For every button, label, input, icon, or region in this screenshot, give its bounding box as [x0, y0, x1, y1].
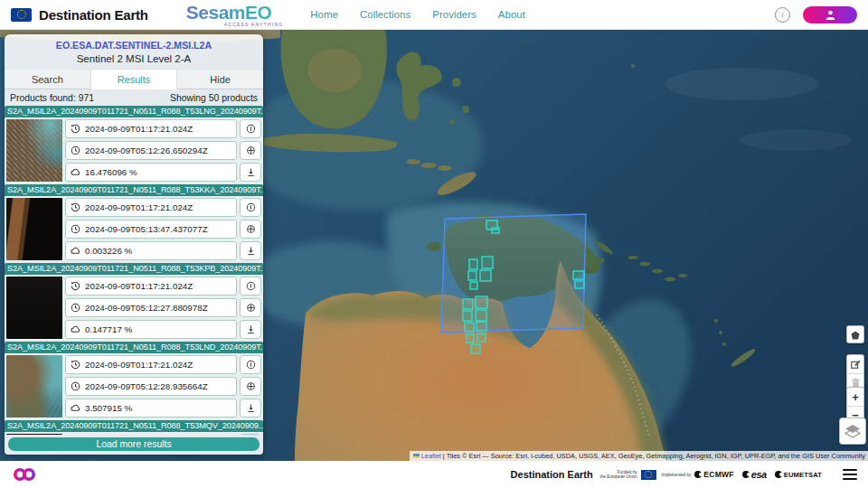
- product-footprint[interactable]: [480, 270, 491, 281]
- tab-results[interactable]: Results: [91, 70, 178, 89]
- sensing-time-value: 2024-09-09T01:17:21.024Z: [85, 124, 193, 134]
- product-list[interactable]: S2A_MSIL2A_20240909T011721_N0511_R088_T5…: [5, 106, 263, 435]
- product-footprint[interactable]: [492, 228, 499, 233]
- product-card: S2A_MSIL2A_20240909T011721_N0511_R088_T5…: [5, 342, 263, 419]
- showing-count: Showing 50 products: [170, 93, 258, 103]
- product-footprint[interactable]: [468, 271, 476, 280]
- sensing-time-row: 2024-09-09T01:17:21.024Z: [65, 119, 237, 138]
- zoom-to-footprint-button[interactable]: [240, 377, 261, 396]
- nav-providers[interactable]: Providers: [432, 9, 476, 20]
- product-id-bar[interactable]: S2A_MSIL2A_20240909T011721_N0511_R088_T5…: [5, 263, 263, 275]
- product-footprint[interactable]: [573, 271, 584, 279]
- product-thumbnail[interactable]: [6, 198, 62, 260]
- crosshair-icon: [246, 224, 256, 234]
- info-icon[interactable]: i: [775, 7, 790, 23]
- product-footprint[interactable]: [477, 333, 486, 342]
- product-footprint[interactable]: [467, 334, 474, 343]
- layers-control[interactable]: [839, 418, 866, 445]
- menu-button[interactable]: [843, 469, 857, 481]
- download-icon: [246, 167, 256, 177]
- product-footprint[interactable]: [470, 282, 477, 289]
- info-icon: [246, 124, 256, 134]
- clock-icon: [71, 303, 80, 313]
- product-thumbnail[interactable]: [6, 277, 62, 339]
- product-card: S2A_MSIL2A_20240909T011721_N0511_R088_T5…: [5, 184, 263, 262]
- product-id-bar[interactable]: S2A_MSIL2A_20240909T011721_N0511_R088_T5…: [5, 420, 263, 432]
- ecmwf-logo: ECMWF: [694, 470, 734, 479]
- crosshair-icon: [246, 381, 256, 391]
- published-time-row: 2024-09-09T05:12:28.935664Z: [65, 377, 237, 396]
- product-info-button[interactable]: [240, 119, 261, 138]
- eumetsat-mark-icon: [775, 471, 782, 478]
- product-thumbnail[interactable]: [6, 119, 62, 182]
- sensing-time-value: 2024-09-09T01:17:21.024Z: [85, 281, 193, 291]
- product-footprint[interactable]: [476, 310, 486, 321]
- destination-earth-infinity-logo: [11, 465, 38, 483]
- product-id-bar[interactable]: S2A_MSIL2A_20240909T011721_N0511_R088_T5…: [5, 106, 263, 117]
- product-card-body: 2024-09-09T01:17:21.024Z 2024-09-09T05:1…: [5, 196, 263, 262]
- cloud-cover-row: 16.476096 %: [65, 163, 237, 182]
- product-actions: [240, 119, 261, 182]
- cloud-cover-value: 0.003226 %: [85, 246, 132, 256]
- nav-about[interactable]: About: [498, 9, 525, 20]
- product-actions: [240, 198, 261, 260]
- collection-name: Sentinel 2 MSI Level 2-A: [5, 51, 263, 69]
- cloud-cover-row: 3.507915 %: [65, 399, 237, 418]
- sensing-time-value: 2024-09-09T01:17:21.024Z: [85, 360, 193, 370]
- product-footprint[interactable]: [465, 323, 474, 332]
- product-info-button[interactable]: [240, 434, 261, 435]
- main-nav: Home Collections Providers About: [310, 9, 525, 20]
- product-id-bar[interactable]: S2A_MSIL2A_20240909T011721_N0511_R088_T5…: [5, 342, 263, 353]
- cloud-cover-row: 0.003226 %: [65, 241, 237, 260]
- ecmwf-mark-icon: [694, 471, 702, 478]
- product-card-body: 2024-09-09T01:17:21.024Z 2024-09-09T05:1…: [5, 275, 263, 341]
- product-info-button[interactable]: [240, 277, 261, 296]
- panel-tabs: Search Results Hide: [5, 69, 263, 89]
- user-account-button[interactable]: [803, 6, 857, 23]
- product-info-button[interactable]: [240, 198, 261, 217]
- zoom-to-footprint-button[interactable]: [240, 298, 261, 317]
- bottom-footer: Destination Earth Funded by the European…: [0, 461, 868, 488]
- zoom-in-button[interactable]: +: [847, 388, 863, 406]
- top-header: Destination Earth SesamEO ACCESS ANYTHIN…: [0, 0, 868, 30]
- download-button[interactable]: [240, 399, 261, 418]
- info-icon: [246, 202, 256, 212]
- product-info-rows: [65, 434, 237, 435]
- download-icon: [246, 324, 256, 334]
- zoom-to-footprint-button[interactable]: [240, 220, 261, 239]
- funded-by-text: Funded by the European Union: [600, 470, 637, 479]
- product-footprint[interactable]: [469, 259, 477, 269]
- zoom-to-footprint-button[interactable]: [240, 141, 261, 160]
- product-id-bar[interactable]: S2A_MSIL2A_20240909T011721_N0511_R088_T5…: [5, 184, 263, 196]
- nav-home[interactable]: Home: [310, 9, 338, 20]
- product-footprint[interactable]: [476, 296, 487, 308]
- download-button[interactable]: [240, 320, 261, 339]
- products-found-count: Products found: 971: [10, 93, 94, 103]
- sesameo-logo[interactable]: SesamEO ACCESS ANYTHING: [186, 3, 284, 27]
- published-time-value: 2024-09-09T05:12:27.880978Z: [85, 303, 208, 313]
- edit-shape-button[interactable]: [847, 355, 863, 373]
- product-thumbnail[interactable]: [6, 434, 62, 435]
- product-footprint[interactable]: [471, 344, 480, 353]
- nav-collections[interactable]: Collections: [360, 9, 410, 20]
- product-info-button[interactable]: [240, 355, 261, 374]
- product-footprint[interactable]: [476, 322, 486, 331]
- product-footprint[interactable]: [463, 299, 473, 309]
- tab-search[interactable]: Search: [5, 70, 91, 89]
- product-footprint[interactable]: [575, 281, 584, 288]
- download-button[interactable]: [240, 163, 261, 182]
- product-footprint[interactable]: [482, 257, 493, 268]
- product-thumbnail[interactable]: [6, 355, 62, 418]
- leaflet-flag-icon: [413, 454, 420, 458]
- published-time-value: 2024-09-09T05:12:26.650294Z: [85, 145, 208, 155]
- edit-icon: [850, 359, 861, 370]
- product-footprint[interactable]: [463, 311, 472, 321]
- collection-id-link[interactable]: EO.ESA.DAT.SENTINEL-2.MSI.L2A: [5, 34, 263, 51]
- clock-icon: [71, 224, 80, 234]
- load-more-button[interactable]: Load more results: [8, 437, 259, 451]
- download-button[interactable]: [240, 241, 261, 260]
- tab-hide[interactable]: Hide: [177, 70, 263, 89]
- leaflet-link[interactable]: Leaflet: [421, 451, 441, 461]
- download-icon: [246, 246, 256, 256]
- draw-polygon-control[interactable]: [846, 325, 864, 343]
